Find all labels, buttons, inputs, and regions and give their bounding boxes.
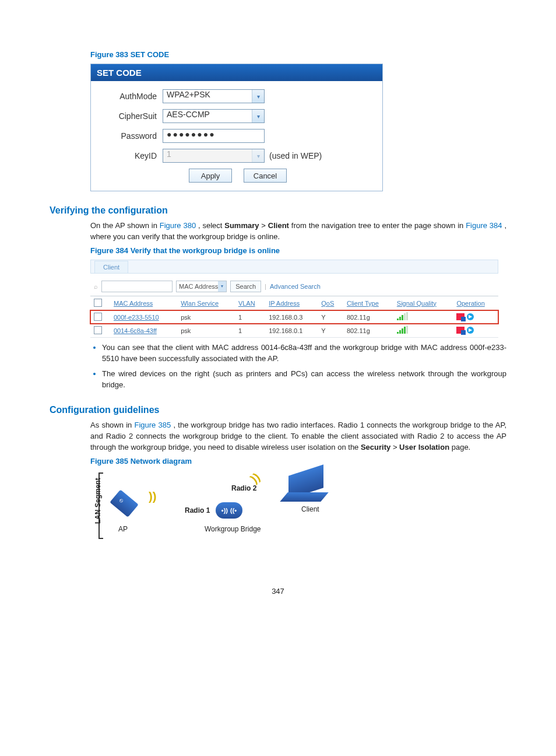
ciphersuit-label: CipherSuit	[101, 111, 163, 121]
cell-operation: ▶	[453, 324, 498, 337]
col-ip[interactable]: IP Address	[265, 296, 318, 310]
antenna-icon: •))	[221, 507, 228, 514]
row-checkbox[interactable]	[94, 326, 102, 334]
radio2-label: Radio 2	[231, 484, 256, 492]
cell-mac[interactable]: 0014-6c8a-43ff	[110, 324, 177, 337]
col-vlan[interactable]: VLAN	[235, 296, 265, 310]
text: As shown in	[90, 421, 135, 429]
cell-qos: Y	[318, 310, 343, 324]
text: from the navigation tree to enter the pa…	[291, 221, 466, 230]
link-figure-380[interactable]: Figure 380	[160, 221, 196, 230]
select-all-checkbox[interactable]	[94, 299, 102, 307]
keyid-label: KeyID	[101, 151, 163, 160]
set-code-header: SET CODE	[91, 64, 382, 81]
cell-mac[interactable]: 000f-e233-5510	[110, 310, 177, 324]
text-bold: User Isolation	[399, 443, 449, 452]
keyid-select: 1	[163, 149, 265, 163]
authmode-label: AuthMode	[101, 92, 163, 101]
network-diagram: LAN Segment ⎋ AP )) Radio 1 •))((• Workg…	[90, 470, 358, 564]
col-signal[interactable]: Signal Quality	[393, 296, 453, 310]
page-number: 347	[50, 587, 506, 596]
list-item: You can see that the client with MAC add…	[102, 342, 506, 365]
text-bold: Security	[361, 443, 390, 452]
client-figure: Client ⌕ MAC Address ▾ Search | Advanced…	[90, 260, 498, 338]
ap-label: AP	[118, 525, 128, 533]
antenna-icon: ((•	[230, 507, 237, 514]
link-figure-385[interactable]: Figure 385	[135, 421, 171, 429]
figure-384-caption: Figure 384 Verify that the workgroup bri…	[90, 246, 506, 255]
verify-bullet-list: You can see that the client with MAC add…	[90, 342, 506, 391]
disconnect-icon[interactable]	[456, 313, 464, 320]
cell-svc: psk	[177, 324, 235, 337]
chevron-down-icon[interactable]: ▾	[252, 90, 264, 103]
row-checkbox[interactable]	[94, 313, 102, 321]
chevron-down-icon[interactable]: ▾	[252, 110, 264, 123]
text: >	[261, 221, 268, 230]
clients-table: MAC Address Wlan Service VLAN IP Address…	[90, 296, 498, 338]
search-field-select[interactable]: MAC Address ▾	[176, 281, 227, 292]
radio-waves-icon: ))	[149, 494, 156, 499]
ciphersuit-select[interactable]: AES-CCMP	[163, 109, 265, 123]
tab-client[interactable]: Client	[94, 261, 128, 273]
radio-waves-icon: ))	[250, 473, 260, 482]
bracket-icon	[98, 473, 103, 539]
cell-ip: 192.168.0.3	[265, 310, 318, 324]
text: , select	[198, 221, 224, 230]
wifi-icon: ⎋	[119, 497, 123, 503]
figure-385-caption: Figure 385 Network diagram	[90, 457, 506, 466]
cell-vlan: 1	[235, 324, 265, 337]
chevron-down-icon: ▾	[218, 281, 226, 292]
search-input[interactable]	[101, 281, 173, 292]
cell-signal	[393, 310, 453, 324]
set-code-panel: SET CODE AuthMode WPA2+PSK ▾ CipherSuit …	[90, 64, 383, 191]
config-paragraph: As shown in Figure 385 , the workgroup b…	[90, 420, 506, 453]
list-item: The wired devices on the right (such as …	[102, 369, 506, 391]
client-label: Client	[301, 505, 319, 513]
col-mac[interactable]: MAC Address	[110, 296, 177, 310]
signal-bars-icon	[397, 327, 408, 334]
advanced-search-link[interactable]: Advanced Search	[270, 283, 321, 290]
search-button[interactable]: Search	[230, 281, 261, 292]
radio1-label: Radio 1	[185, 506, 210, 514]
cell-type: 802.11g	[343, 310, 393, 324]
cell-qos: Y	[318, 324, 343, 337]
refresh-icon[interactable]: ▶	[467, 327, 474, 334]
password-label: Password	[101, 131, 163, 141]
cell-vlan: 1	[235, 310, 265, 324]
text-bold: Client	[268, 221, 289, 230]
link-figure-384[interactable]: Figure 384	[466, 221, 502, 230]
search-icon: ⌕	[94, 283, 98, 290]
col-qos[interactable]: QoS	[318, 296, 343, 310]
cell-svc: psk	[177, 310, 235, 324]
signal-bars-icon	[397, 313, 408, 320]
select-value: MAC Address	[179, 283, 218, 290]
col-client-type[interactable]: Client Type	[343, 296, 393, 310]
ap-icon	[110, 489, 138, 517]
password-input[interactable]: ●●●●●●●●	[163, 129, 265, 143]
refresh-icon[interactable]: ▶	[467, 313, 474, 320]
text: On the AP shown in	[90, 221, 160, 230]
cell-operation: ▶	[453, 310, 498, 324]
bridge-label: Workgroup Bridge	[205, 525, 261, 533]
authmode-select[interactable]: WPA2+PSK	[163, 89, 265, 103]
figure-383-caption: Figure 383 SET CODE	[90, 50, 506, 59]
chevron-down-icon: ▾	[252, 149, 264, 162]
keyid-note: (used in WEP)	[269, 151, 322, 160]
verify-paragraph: On the AP shown in Figure 380 , select S…	[90, 220, 506, 243]
table-row: 0014-6c8a-43ff psk 1 192.168.0.1 Y 802.1…	[90, 324, 498, 337]
cell-type: 802.11g	[343, 324, 393, 337]
cell-signal	[393, 324, 453, 337]
table-row: 000f-e233-5510 psk 1 192.168.0.3 Y 802.1…	[90, 310, 498, 324]
laptop-icon	[288, 470, 325, 502]
cancel-button[interactable]: Cancel	[244, 169, 287, 183]
tab-bar: Client	[90, 260, 498, 274]
apply-button[interactable]: Apply	[189, 169, 232, 183]
col-operation[interactable]: Operation	[453, 296, 498, 310]
heading-config-guidelines: Configuration guidelines	[50, 405, 506, 415]
disconnect-icon[interactable]	[456, 327, 464, 334]
text: >	[393, 443, 399, 452]
col-wlan-service[interactable]: Wlan Service	[177, 296, 235, 310]
cell-ip: 192.168.0.1	[265, 324, 318, 337]
workgroup-bridge-icon: •))((•	[216, 502, 242, 519]
text-bold: Summary	[224, 221, 259, 230]
